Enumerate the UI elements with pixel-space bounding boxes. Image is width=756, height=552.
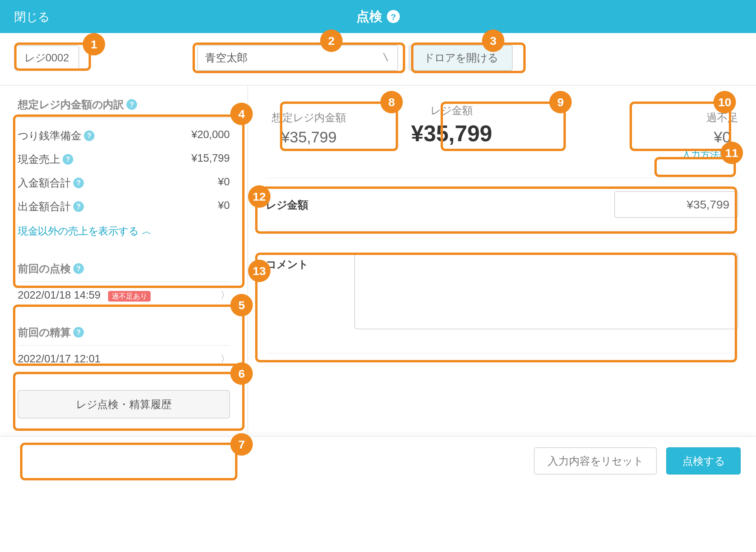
chevron-up-icon: ︿ [142, 224, 152, 238]
actual-amount-value: ¥35,799 [411, 121, 492, 147]
expected-amount-value: ¥35,799 [272, 128, 346, 147]
help-icon[interactable]: ? [73, 201, 84, 212]
last-check-datetime: 2022/01/18 14:59 [18, 289, 100, 301]
open-drawer-button[interactable]: ドロアを開ける [409, 45, 513, 71]
breakdown-row-value: ¥20,000 [191, 129, 230, 143]
discrepancy-badge: 過不足あり [108, 291, 151, 302]
expected-amount-label: 想定レジ内金額 [272, 111, 346, 125]
actual-amount-input[interactable] [614, 191, 738, 218]
last-settle-datetime: 2022/01/17 12:01 [18, 353, 100, 366]
close-button[interactable]: 閉じる [14, 9, 50, 25]
input-method-link[interactable]: 入力方法設定 [682, 150, 738, 160]
register-badge: レジ0002 [14, 46, 79, 70]
breakdown-row-label: 現金売上? [18, 152, 73, 166]
comment-label: コメント [266, 253, 354, 329]
chevron-right-icon: 〉 [220, 289, 230, 302]
last-check-title: 前回の点検 ? [18, 262, 230, 276]
page-title-text: 点検 [356, 8, 382, 26]
reset-button[interactable]: 入力内容をリセット [534, 447, 657, 474]
last-settle-row[interactable]: 2022/01/17 12:01 〉 [18, 345, 230, 373]
help-icon[interactable]: ? [63, 154, 73, 165]
help-icon[interactable]: ? [126, 99, 137, 110]
breakdown-row-value: ¥15,799 [191, 152, 230, 166]
help-icon[interactable]: ? [73, 327, 84, 338]
actual-amount-label: レジ金額 [411, 103, 492, 118]
staff-select[interactable]: 青空太郎 〵 [197, 45, 398, 71]
breakdown-title: 想定レジ内金額の内訳 ? [18, 98, 230, 112]
submit-button[interactable]: 点検する [666, 447, 741, 474]
show-other-sales-link[interactable]: 現金以外の売上を表示する ︿ [18, 224, 230, 238]
chevron-right-icon: 〉 [220, 353, 230, 366]
breakdown-row-value: ¥0 [218, 199, 230, 214]
breakdown-row-label: つり銭準備金? [18, 129, 94, 143]
help-icon[interactable]: ? [73, 263, 84, 274]
breakdown-row-label: 出金額合計? [18, 199, 84, 214]
staff-select-value: 青空太郎 [205, 51, 248, 65]
history-button[interactable]: レジ点検・精算履歴 [18, 390, 230, 419]
chevron-down-icon: 〵 [381, 53, 391, 63]
help-icon[interactable]: ? [73, 178, 84, 188]
diff-amount-value: ¥0 [706, 128, 738, 147]
actual-field-label: レジ金額 [266, 198, 354, 212]
breakdown-row-value: ¥0 [218, 176, 230, 190]
last-check-row[interactable]: 2022/01/18 14:59 過不足あり 〉 [18, 282, 230, 309]
comment-textarea[interactable] [354, 253, 738, 329]
help-icon[interactable]: ? [387, 10, 400, 23]
help-icon[interactable]: ? [84, 131, 94, 141]
breakdown-row-label: 入金額合計? [18, 176, 84, 190]
last-settle-title: 前回の精算 ? [18, 325, 230, 340]
page-title: 点検 ? [50, 8, 706, 26]
diff-amount-label: 過不足 [706, 111, 738, 125]
